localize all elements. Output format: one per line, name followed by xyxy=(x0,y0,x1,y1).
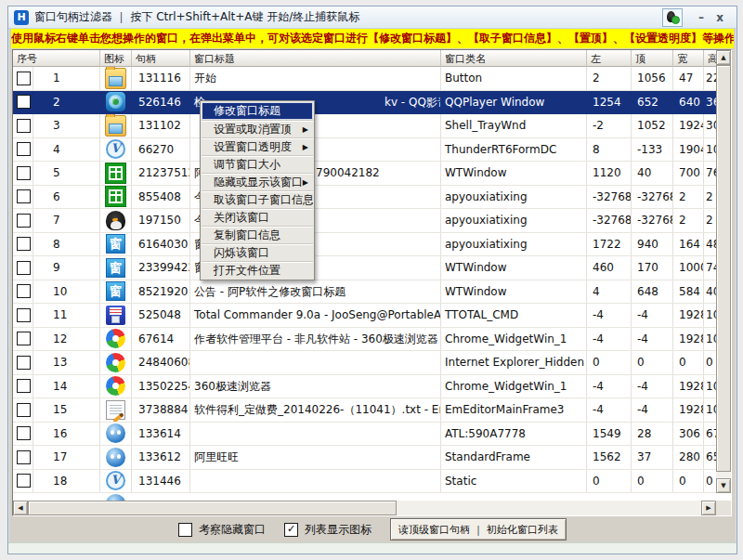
table-row[interactable]: 1267614作者软件管理平台 - 非凡软件站 - 360极速浏览器Chrome… xyxy=(13,328,716,352)
menu-item[interactable]: 设置窗口透明度▶ xyxy=(202,137,313,155)
vb-app-icon: V xyxy=(106,471,125,490)
minimize-button[interactable]: – xyxy=(692,7,710,29)
close-button[interactable]: x xyxy=(710,7,729,29)
row-checkbox[interactable] xyxy=(17,237,31,251)
window-list-table: 序号图标句柄窗口标题窗口类名左顶宽高 1131116开始Button210564… xyxy=(12,49,732,516)
vertical-scrollbar[interactable]: ▲ ▼ xyxy=(716,50,731,493)
table-row[interactable]: 10窗8521920公告 - 阿P软件之修改窗口标题WTWindow464858… xyxy=(13,280,716,305)
cell-icon xyxy=(100,209,132,232)
cell-class: Shell_TrayWnd xyxy=(441,114,587,137)
column-header-2[interactable]: 句柄 xyxy=(132,50,190,67)
table-row[interactable]: 17133612阿里旺旺StandardFrame15623728065 xyxy=(13,446,716,470)
scroll-left-icon[interactable]: ◀ xyxy=(13,501,28,515)
row-checkbox[interactable] xyxy=(17,261,31,275)
cell-top: -32768 xyxy=(632,209,673,232)
row-checkbox[interactable] xyxy=(17,356,31,370)
cell-icon xyxy=(100,423,132,446)
desktop-background: H 窗口句柄过滤器 ｜ 按下 Ctrl+Shift+Alt+A键 开始/终止捕获… xyxy=(0,0,743,560)
row-checkbox[interactable] xyxy=(17,189,31,203)
footer-controls: 考察隐藏窗口 ✓ 列表显示图标 读顶级窗口句柄 ｜ 初始化窗口列表 xyxy=(8,516,736,542)
table-row[interactable]: 521237512阿790042182WTWindow11204070076 xyxy=(13,162,716,186)
cell-icon: 窗 xyxy=(100,233,132,256)
column-header-6[interactable]: 顶 xyxy=(632,50,673,67)
row-checkbox[interactable] xyxy=(17,95,31,109)
table-row[interactable]: 153738884软件得利_定做费_20140226-（11041）.txt -… xyxy=(13,398,716,423)
column-header-8[interactable]: 高 xyxy=(704,50,716,67)
column-header-5[interactable]: 左 xyxy=(587,50,632,67)
table-row[interactable]: 11525048Total Commander 9.0a - JooSeng@P… xyxy=(13,304,716,328)
table-row[interactable]: 1131116开始Button210564722 xyxy=(13,67,716,91)
menu-item[interactable]: 修改窗口标题 xyxy=(202,102,313,120)
row-checkbox[interactable] xyxy=(17,214,31,228)
table-row[interactable]: 2526146检kv - QQ影音QQPlayer Window12546526… xyxy=(13,91,716,115)
submenu-arrow-icon: ▶ xyxy=(303,121,308,137)
table-row[interactable]: 9窗23399422窗WTWindow460170100074 xyxy=(13,256,716,280)
menu-item[interactable]: 设置或取消置顶▶ xyxy=(202,120,313,137)
table-row[interactable]: 1324840608Internet Explorer_Hidden0000 xyxy=(13,351,716,375)
row-checkbox[interactable] xyxy=(17,474,31,488)
cell-class: Button xyxy=(441,67,587,90)
cell-top: 1056 xyxy=(632,67,673,90)
show-icons-option[interactable]: ✓ 列表显示图标 xyxy=(284,522,372,538)
scroll-down-icon[interactable]: ▼ xyxy=(716,478,731,493)
row-checkbox[interactable] xyxy=(17,166,31,180)
menu-item[interactable]: 取该窗口子窗口信息 xyxy=(202,190,313,208)
row-checkbox[interactable] xyxy=(17,332,31,345)
horizontal-scroll-thumb[interactable] xyxy=(28,501,397,515)
table-row[interactable]: 7197150今apyouxiatixing-32768-3276822 xyxy=(13,209,716,233)
row-checkbox[interactable] xyxy=(17,72,31,85)
vertical-scroll-thumb[interactable] xyxy=(716,65,731,472)
cell-select xyxy=(13,375,33,398)
cell-title: 360极速浏览器 xyxy=(190,375,441,398)
column-header-1[interactable]: 图标 xyxy=(100,50,132,67)
show-icons-checkbox[interactable]: ✓ xyxy=(284,523,298,537)
row-checkbox[interactable] xyxy=(17,308,31,322)
menu-item[interactable]: 打开文件位置 xyxy=(202,261,313,279)
cell-icon xyxy=(100,375,132,398)
horizontal-scrollbar[interactable]: ◀ ▶ xyxy=(13,501,716,515)
menu-item-label: 关闭该窗口 xyxy=(214,211,269,224)
table-row[interactable]: 16133614ATL:590A777815492830667 xyxy=(13,423,716,447)
scroll-right-icon[interactable]: ▶ xyxy=(701,501,716,515)
cell-icon xyxy=(100,304,132,327)
menu-item[interactable]: 关闭该窗口 xyxy=(202,208,313,226)
column-header-0[interactable]: 序号 xyxy=(13,50,100,67)
menu-item[interactable]: 调节窗口大小 xyxy=(202,155,313,173)
read-handles-button[interactable]: 读顶级窗口句柄 ｜ 初始化窗口列表 xyxy=(390,518,567,540)
menu-item[interactable]: 隐藏或显示该窗口▶ xyxy=(202,173,313,190)
cell-height: 2 xyxy=(704,186,716,209)
column-header-4[interactable]: 窗口类名 xyxy=(441,50,587,67)
cell-select xyxy=(13,138,33,162)
menu-item[interactable]: 复制窗口信息 xyxy=(202,226,313,243)
cell-left: 1722 xyxy=(587,233,632,256)
row-checkbox[interactable] xyxy=(17,284,31,298)
title-text: kv - QQ影音 xyxy=(385,94,441,110)
row-checkbox[interactable] xyxy=(17,403,31,417)
cell-height: 36 xyxy=(704,91,716,114)
row-checkbox[interactable] xyxy=(17,119,31,133)
table-row[interactable]: 8窗6164030窗apyouxiatixing172294016448 xyxy=(13,233,716,257)
row-checkbox[interactable] xyxy=(17,379,31,393)
row-checkbox[interactable] xyxy=(17,450,31,464)
show-hidden-windows-checkbox[interactable] xyxy=(178,523,192,537)
table-row[interactable]: 3131102Shell_TrayWnd-21052192430 xyxy=(13,114,716,138)
column-header-7[interactable]: 宽 xyxy=(673,50,704,67)
table-row[interactable]: 1413502254360极速浏览器Chrome_WidgetWin_1-4-4… xyxy=(13,375,716,399)
table-row[interactable]: 6855408今apyouxiatixing-32768-3276822 xyxy=(13,186,716,210)
table-row[interactable]: 4V66270ThunderRT6FormDC8-133190410 xyxy=(13,138,716,163)
cell-index: 13 xyxy=(33,351,100,374)
vb-glyph: V xyxy=(108,141,124,157)
cell-width: 306 xyxy=(673,423,704,446)
show-hidden-windows-option[interactable]: 考察隐藏窗口 xyxy=(178,522,266,538)
scroll-up-icon[interactable]: ▲ xyxy=(716,50,731,65)
column-header-3[interactable]: 窗口标题 xyxy=(190,50,441,67)
cell-icon: 窗 xyxy=(100,256,132,280)
cell-handle: 131116 xyxy=(132,67,190,90)
table-row[interactable]: 18V131446Static0000 xyxy=(13,470,716,494)
row-checkbox[interactable] xyxy=(17,426,31,440)
row-checkbox[interactable] xyxy=(17,142,31,156)
penguin-tray-icon[interactable] xyxy=(662,8,683,27)
cell-height: 40 xyxy=(704,280,716,304)
title-text: 软件得利_定做费_20140226-（11041）.txt - EmEditor xyxy=(194,402,441,418)
menu-item[interactable]: 闪烁该窗口 xyxy=(202,243,313,261)
